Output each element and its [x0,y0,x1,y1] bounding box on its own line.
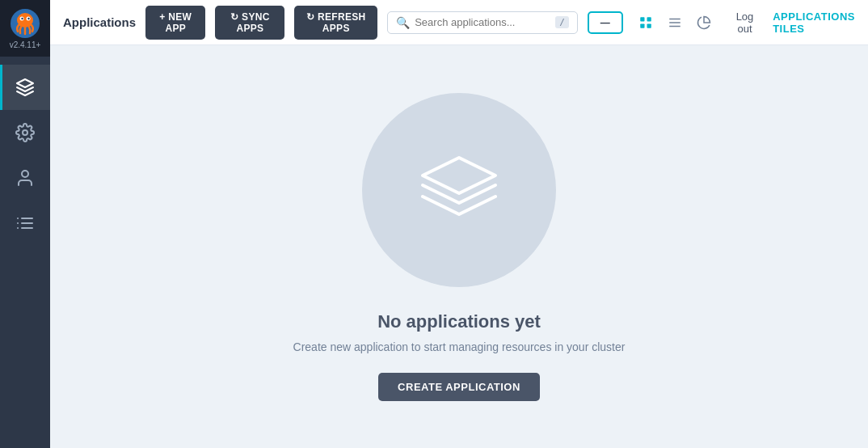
list-view-button[interactable] [662,10,688,36]
search-icon: 🔍 [396,16,410,29]
svg-rect-18 [647,23,651,27]
sidebar-item-applications[interactable] [0,65,50,110]
argo-logo-icon [10,8,40,39]
search-bar: 🔍 / [387,11,578,34]
svg-rect-17 [640,23,644,27]
new-app-button[interactable]: + NEW APP [145,6,205,40]
sidebar-item-user[interactable] [0,155,50,201]
version-label: v2.4.11+ [10,40,41,49]
svg-rect-15 [640,17,644,21]
view-toggle [633,10,717,36]
sync-apps-button[interactable]: ↻ SYNC APPS [215,6,284,40]
settings-icon [15,123,35,142]
layers-icon [15,78,35,97]
sidebar-item-settings[interactable] [0,110,50,155]
svg-point-5 [27,17,29,19]
chart-view-button[interactable] [691,10,717,36]
main-area: Applications + NEW APP ↻ SYNC APPS ↻ REF… [50,0,868,448]
svg-rect-16 [647,17,651,21]
tiles-view-button[interactable] [633,10,659,36]
empty-title: No applications yet [377,311,541,332]
svg-point-8 [22,171,28,177]
svg-marker-22 [423,158,495,193]
empty-icon-circle [362,93,556,287]
sidebar-navigation [0,57,50,246]
search-shortcut: / [555,16,569,28]
sidebar-item-docs[interactable] [0,201,50,246]
svg-point-7 [23,130,27,135]
empty-state: No applications yet Create new applicati… [50,45,868,448]
svg-marker-6 [17,79,33,87]
view-mode-label: APPLICATIONS TILES [773,11,855,35]
sidebar-logo: v2.4.11+ [0,0,50,57]
svg-point-4 [21,17,23,19]
namespace-button[interactable]: — [588,11,623,34]
sidebar: v2.4.11+ [0,0,50,448]
page-title: Applications [63,15,136,29]
refresh-apps-button[interactable]: ↻ REFRESH APPS [294,6,377,40]
create-application-button[interactable]: CREATE APPLICATION [378,373,540,401]
search-input[interactable] [415,16,550,28]
header: Applications + NEW APP ↻ SYNC APPS ↻ REF… [50,0,868,45]
person-icon [15,168,35,188]
docs-icon [15,213,35,233]
empty-subtitle: Create new application to start managing… [293,340,626,353]
logout-button[interactable]: Log out [727,7,763,38]
empty-layers-icon [411,142,508,239]
